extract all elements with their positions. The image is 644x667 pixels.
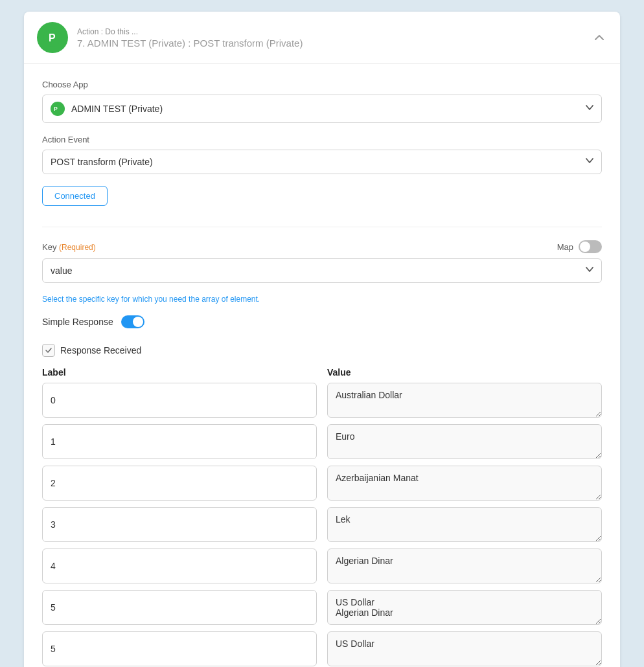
row-label-input[interactable] [42,631,317,666]
header-left: P Action : Do this ... 7. ADMIN TEST (Pr… [37,22,303,53]
row-label-input[interactable] [42,548,317,583]
row-value-textarea[interactable] [327,507,602,542]
response-checkbox[interactable] [42,344,55,357]
key-section: Key (Required) Map value Select th [42,240,602,304]
row-value-textarea[interactable] [327,424,602,459]
table-rows-container [42,383,602,666]
choose-app-section: Choose App P ADMIN TEST (Private) [42,80,602,123]
row-value-textarea[interactable] [327,466,602,501]
divider [42,227,602,227]
response-header: Response Received [42,344,602,357]
key-label: Key (Required) [42,242,96,252]
header-subtitle: Action : Do this ... [77,27,303,36]
connected-button[interactable]: Connected [42,186,108,206]
svg-text:P: P [54,106,58,112]
row-value-textarea[interactable] [327,548,602,583]
row-value-textarea[interactable] [327,631,602,666]
response-label: Response Received [60,345,141,356]
action-event-label: Action Event [42,135,602,144]
table-row [42,631,602,666]
choose-app-label: Choose App [42,80,602,89]
row-label-input[interactable] [42,466,317,501]
row-label-input[interactable] [42,424,317,459]
choose-app-value: ADMIN TEST (Private) [71,104,163,114]
choose-app-dropdown[interactable]: P ADMIN TEST (Private) [42,95,602,123]
app-logo-icon: P [43,28,62,47]
action-event-dropdown[interactable]: POST transform (Private) [42,150,602,174]
action-card: P Action : Do this ... 7. ADMIN TEST (Pr… [24,12,620,667]
table-row [42,590,602,625]
row-label-input[interactable] [42,383,317,418]
key-dropdown-wrapper: value [42,258,602,283]
choose-app-icon: P [51,102,65,116]
row-value-textarea[interactable] [327,383,602,418]
collapse-button[interactable] [592,30,607,45]
simple-response-section: Simple Response [42,315,602,328]
key-required: (Required) [59,243,96,252]
app-icon: P [37,22,68,53]
row-value-textarea[interactable] [327,590,602,625]
map-row: Map [557,240,602,253]
svg-text:P: P [49,32,56,43]
key-row: Key (Required) Map [42,240,602,253]
card-header: P Action : Do this ... 7. ADMIN TEST (Pr… [24,12,620,64]
key-dropdown[interactable]: value [42,258,602,283]
key-hint: Select the specific key for which you ne… [42,295,602,304]
action-event-dropdown-wrapper: POST transform (Private) [42,150,602,174]
table-headers: Label Value [42,367,602,378]
key-value: value [51,266,72,276]
col-label-header: Label [42,367,317,378]
card-body: Choose App P ADMIN TEST (Private) [24,64,620,667]
table-row [42,424,602,459]
row-label-input[interactable] [42,590,317,625]
row-label-input[interactable] [42,507,317,542]
map-label: Map [557,242,573,252]
header-title: 7. ADMIN TEST (Private) : POST transform… [77,38,303,49]
table-row [42,466,602,501]
simple-response-toggle[interactable] [121,315,144,328]
simple-response-label: Simple Response [42,317,113,327]
table-row [42,383,602,418]
map-toggle[interactable] [579,240,602,253]
choose-app-dropdown-wrapper: P ADMIN TEST (Private) [42,95,602,123]
table-row [42,548,602,583]
action-event-section: Action Event POST transform (Private) [42,135,602,174]
header-meta: Action : Do this ... 7. ADMIN TEST (Priv… [77,27,303,49]
response-section: Response Received Label Value [42,344,602,666]
action-event-value: POST transform (Private) [51,157,153,167]
col-value-header: Value [327,367,602,378]
table-row [42,507,602,542]
